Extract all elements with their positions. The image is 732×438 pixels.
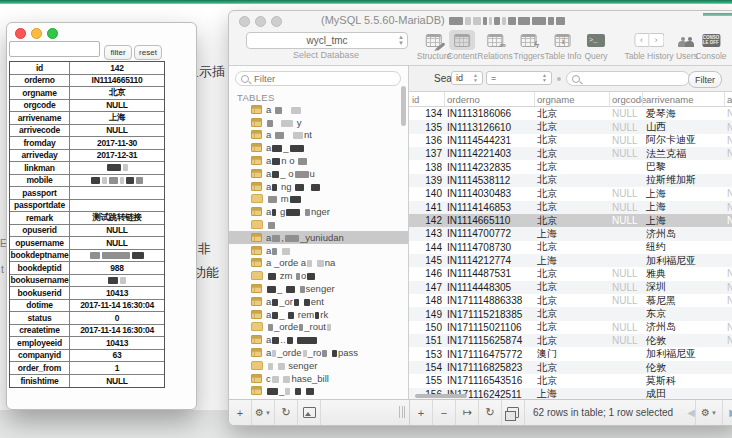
filter-button[interactable]: Filter [688, 71, 722, 88]
detail-field-row[interactable]: opuseridNULL [10, 225, 164, 238]
minimize-button[interactable] [31, 28, 42, 39]
table-row[interactable]: 148IN171114886338北京NULL慕尼黑N [409, 294, 732, 307]
search-value-field[interactable] [566, 71, 690, 86]
table-row[interactable]: 137IN1114221403北京NULL法兰克福N [409, 147, 732, 160]
minimize-button[interactable] [255, 16, 266, 27]
database-selector[interactable]: wycl_tmc ▲▼ [246, 32, 408, 49]
detail-field-row[interactable]: companyid63 [10, 350, 164, 363]
sidebar-table-item[interactable]: y [229, 116, 408, 129]
detail-field-row[interactable]: fromday2017-11-30 [10, 137, 164, 150]
sidebar-scrollbar[interactable] [401, 86, 406, 126]
zoom-button[interactable] [271, 16, 282, 27]
add-table-button[interactable]: + [229, 400, 252, 425]
close-button[interactable] [239, 16, 250, 27]
refresh-tables-button[interactable]: ↻ [275, 400, 298, 425]
toolbar-item-query[interactable]: >_Query [583, 30, 609, 61]
table-row[interactable]: 147IN1114448305北京NULL深圳N [409, 281, 732, 294]
sidebar-table-item[interactable]: zm o [229, 269, 408, 282]
table-row[interactable]: 143IN1114700772上海济州岛 [409, 227, 732, 240]
detail-field-row[interactable]: ordernoIN1114665110 [10, 75, 164, 88]
detail-field-row[interactable]: arriveday2017-12-31 [10, 150, 164, 163]
table-row[interactable]: 150IN171115021106北京NULL济州岛N [409, 321, 732, 334]
table-row[interactable]: 134IN1113186066北京NULL爱琴海N [409, 107, 732, 120]
detail-field-row[interactable]: bookdeptid988 [10, 262, 164, 275]
table-row[interactable]: 154IN171116825823北京伦敦 [409, 361, 732, 374]
delete-row-button[interactable]: − [433, 400, 456, 425]
detail-field-row[interactable]: bookusername [10, 275, 164, 288]
detail-field-row[interactable]: opusernameNULL [10, 237, 164, 250]
search-operator-dropdown[interactable]: = ▲▼ [486, 71, 552, 85]
detail-field-row[interactable]: passport [10, 187, 164, 200]
copy-row-button[interactable] [502, 400, 525, 425]
table-row-selected[interactable]: 142IN1114665110北京NULL上海N [409, 214, 732, 227]
toolbar-item-content[interactable]: Content [447, 30, 477, 61]
sidebar-table-item[interactable]: a [229, 244, 408, 257]
table-row[interactable]: 141IN1114146853北京NULL上海N [409, 201, 732, 214]
table-row[interactable]: 138IN1114232835北京巴黎 [409, 160, 732, 173]
table-filter-field[interactable] [235, 71, 401, 86]
column-header-arrivename[interactable]: arrivename [646, 94, 694, 105]
detail-field-row[interactable]: bookuserid10413 [10, 287, 164, 300]
sidebar-table-item-selected[interactable]: a,_yuniudan [229, 231, 408, 244]
sidebar-table-item[interactable]: a [229, 103, 408, 116]
detail-field-row[interactable]: dotime2017-11-14 16:30:04 [10, 300, 164, 313]
table-row[interactable]: 136IN1114544231北京NULL阿尔卡迪亚N [409, 134, 732, 147]
toolbar-item-structure[interactable]: Structure [417, 30, 452, 61]
sidebar-table-item[interactable]: an o [229, 154, 408, 167]
table-actions-gear-button[interactable]: ⚙▼ [252, 400, 275, 425]
sidebar-table-item[interactable]: a nt [229, 129, 408, 142]
column-header-id[interactable]: id [412, 94, 419, 105]
sidebar-table-item[interactable]: a ng [229, 180, 408, 193]
sidebar-table-item[interactable]: a.. [229, 333, 408, 346]
table-row[interactable]: 144IN1114708730北京纽约 [409, 241, 732, 254]
detail-field-row[interactable]: order_from1 [10, 362, 164, 375]
table-row[interactable]: 155IN171116543516北京莫斯科 [409, 374, 732, 387]
detail-field-row[interactable]: orgname北京 [10, 87, 164, 100]
detail-field-row[interactable]: orgcodeNULL [10, 100, 164, 113]
horizontal-scrollbar[interactable] [415, 394, 467, 398]
previous-page-button[interactable]: ◀ [687, 400, 695, 425]
sidebar-table-item[interactable]: _ [229, 385, 408, 398]
detail-filter-button[interactable]: filter [104, 45, 132, 60]
column-header-orgname[interactable]: orgname [537, 94, 575, 105]
history-back-icon[interactable]: ‹ [634, 33, 649, 47]
sidebar-table-item[interactable]: a _orde a na [229, 257, 408, 270]
pagination-gear-button[interactable]: ⚙▼ [695, 400, 723, 425]
sidebar-table-item[interactable]: _orde_rout [229, 321, 408, 334]
detail-reset-button[interactable]: reset [134, 45, 162, 60]
toolbar-item-triggers[interactable]: ϟTriggers [514, 30, 545, 61]
detail-field-row[interactable]: employeeid10413 [10, 337, 164, 350]
detail-filter-input[interactable] [9, 41, 100, 57]
sidebar-table-item[interactable]: m [229, 193, 408, 206]
table-row[interactable]: 151IN171115625874北京NULL伦敦N [409, 334, 732, 347]
sidebar-table-item[interactable]: a g nger [229, 205, 408, 218]
column-header-arrivecode[interactable]: a [727, 94, 732, 105]
toolbar-item-table-info[interactable]: iTable Info [545, 30, 582, 61]
detail-field-row[interactable]: mobile [10, 175, 164, 188]
table-row[interactable]: 146IN1114487531北京NULL雅典N [409, 267, 732, 280]
add-row-button[interactable]: + [410, 400, 433, 425]
column-header-orderno[interactable]: orderno [447, 94, 480, 105]
sidebar-table-item[interactable]: a_ remrk [229, 308, 408, 321]
search-field-dropdown[interactable]: id ▲▼ [451, 71, 483, 85]
refresh-rows-button[interactable]: ↻ [479, 400, 502, 425]
table-row[interactable]: 135IN1113126610北京NULL山西N [409, 120, 732, 133]
sidebar-table-item[interactable]: _ senger [229, 282, 408, 295]
table-row[interactable]: 145IN1114212774上海加利福尼亚 [409, 254, 732, 267]
sidebar-table-item[interactable]: a_ [229, 141, 408, 154]
close-button[interactable] [15, 28, 26, 39]
quick-connect-button[interactable] [298, 400, 321, 425]
detail-field-row[interactable]: linkman [10, 162, 164, 175]
toolbar-item-relations[interactable]: ∞Relations [477, 30, 512, 61]
detail-field-row[interactable]: remark测试跳转链接 [10, 212, 164, 225]
detail-field-row[interactable]: createtime2017-11-14 16:30:04 [10, 325, 164, 338]
duplicate-row-button[interactable]: ↦ [456, 400, 479, 425]
detail-field-row[interactable]: status0 [10, 312, 164, 325]
sidebar-table-item[interactable]: c hase_bill [229, 372, 408, 385]
sidebar-table-item[interactable] [229, 218, 408, 231]
sidebar-table-item[interactable]: a_or ent [229, 295, 408, 308]
table-row[interactable]: 140IN1114030483北京NULL上海N [409, 187, 732, 200]
detail-field-row[interactable]: id142 [10, 62, 164, 75]
search-value-input[interactable] [583, 73, 684, 85]
sidebar-table-item[interactable]: senger [229, 359, 408, 372]
